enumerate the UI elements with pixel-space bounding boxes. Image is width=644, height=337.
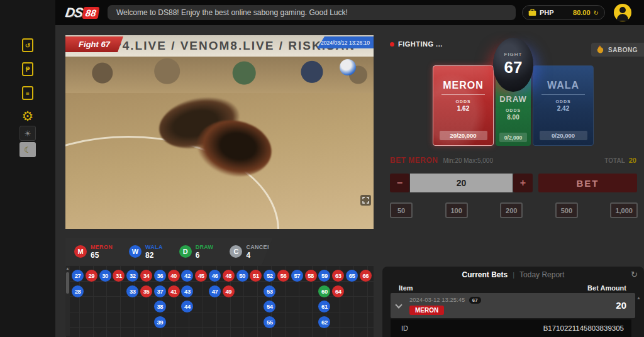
amount-input[interactable] [410, 174, 513, 192]
chip-50[interactable]: 50 [390, 202, 413, 218]
result-dot-41: 41 [168, 285, 180, 297]
decrease-button[interactable]: − [390, 174, 409, 192]
fight-number: 67 [493, 58, 533, 77]
wala-circle-icon: W [129, 245, 142, 258]
currency-label: PHP [540, 9, 554, 16]
result-dot-43: 43 [181, 285, 193, 297]
rooster-icon [596, 45, 605, 54]
meron-divider [441, 94, 484, 95]
sidebar: ↺ ₱ ≡ ⚙ ☀ ☾ [0, 0, 55, 337]
video-crowd [65, 57, 374, 93]
draw-circle-icon: D [179, 245, 192, 258]
wala-card[interactable]: WALA ODDS 2.42 0/20,000 [533, 65, 594, 146]
results-summary: MMERON65WWALA82DDRAW6CCANCEL4 [65, 238, 273, 265]
meron-odds-value: 1.62 [433, 105, 493, 112]
result-dot-62: 62 [318, 316, 330, 328]
chip-1000[interactable]: 1,000 [610, 202, 638, 218]
arena-banner-text: UCUP4.LIVE / VENOM8.LIVE / RISKISAN [84, 39, 355, 53]
balance-refresh-icon[interactable]: ↻ [594, 9, 599, 16]
summary-count: 82 [145, 251, 163, 260]
meron-name: MERON [433, 80, 493, 91]
welcome-banner: Welcome to DS88! Enjoy the best online s… [108, 5, 516, 20]
wallet-icon [528, 9, 536, 16]
summary-text: MERON65 [91, 244, 113, 260]
summary-text: DRAW6 [196, 244, 214, 260]
result-dot-46: 46 [209, 270, 221, 282]
wala-odds-value: 2.42 [533, 105, 593, 112]
current-bets-panel: Current Bets | Today Report ↻ Item Bet A… [382, 267, 644, 337]
results-grid-scrollbar[interactable]: ▲ [65, 267, 70, 336]
bet-id-label: ID [401, 324, 408, 332]
result-dot-36: 36 [154, 270, 166, 282]
meron-pool: 20/20,000 [440, 131, 487, 140]
settings-icon[interactable]: ⚙ [19, 107, 36, 124]
fullscreen-icon [362, 197, 369, 204]
increase-button[interactable]: + [513, 174, 533, 192]
scrollbar-thumb[interactable] [66, 272, 69, 294]
result-dot-40: 40 [168, 270, 180, 282]
meron-card[interactable]: MERON ODDS 1.62 20/20,000 [433, 65, 494, 146]
wala-name: WALA [533, 80, 593, 91]
wala-divider [541, 94, 584, 95]
result-dot-29: 29 [86, 270, 97, 282]
result-summary-wala: WWALA82 [129, 244, 163, 260]
result-dot-48: 48 [223, 270, 235, 282]
tab-current-bets[interactable]: Current Bets [462, 270, 508, 279]
sun-icon: ☀ [19, 126, 36, 141]
fight-number-ribbon: Fight 67 [65, 36, 123, 52]
quick-chips: 501002005001,000 [390, 202, 638, 218]
chip-200[interactable]: 200 [500, 202, 523, 218]
result-dot-58: 58 [305, 270, 317, 282]
result-dot-51: 51 [250, 270, 262, 282]
user-avatar[interactable] [614, 4, 631, 21]
bets-refresh-icon[interactable]: ↻ [631, 270, 638, 279]
summary-label: WALA [145, 244, 163, 250]
draw-odds-label: ODDS [496, 108, 531, 113]
status-text: FIGHTING ... [398, 40, 443, 48]
summary-label: MERON [91, 244, 113, 250]
result-dot-33: 33 [126, 285, 138, 297]
gear-icon: ⚙ [22, 109, 34, 123]
list-doc-icon: ≡ [22, 86, 33, 100]
game-badge-sabong[interactable]: SABONG [591, 43, 644, 57]
result-dot-31: 31 [113, 270, 125, 282]
logo-ds-text: DS [64, 5, 84, 20]
bets-scroll-up-icon[interactable]: ▲ [636, 296, 641, 300]
app: ↺ ₱ ≡ ⚙ ☀ ☾ DS 88 Welcome to DS88! Enjoy… [0, 0, 644, 337]
chip-500[interactable]: 500 [555, 202, 578, 218]
result-dot-61: 61 [318, 301, 330, 312]
col-item-header: Item [399, 284, 413, 292]
cancel-circle-icon: C [230, 245, 242, 258]
result-dot-39: 39 [154, 316, 166, 328]
result-summary-meron: MMERON65 [74, 244, 113, 260]
arena-logo-badge [340, 59, 356, 75]
dark-mode-toggle[interactable]: ☾ [19, 141, 36, 158]
scroll-up-icon[interactable]: ▲ [65, 266, 70, 271]
draw-name: DRAW [496, 94, 531, 104]
result-dot-63: 63 [332, 270, 344, 282]
summary-label: DRAW [196, 244, 214, 250]
result-dot-65: 65 [346, 270, 358, 282]
bet-button[interactable]: BET [538, 174, 637, 192]
bet-info-row: BET MERON Min:20 Max:5,000 TOTAL 20 [390, 156, 636, 165]
bet-row[interactable]: 2024-03-12 13:25:45 67 MERON 20 [391, 293, 635, 318]
result-dot-64: 64 [332, 285, 344, 297]
amount-stepper: − + [390, 174, 533, 192]
wallet-pill[interactable]: PHP 80.00 ↻ [522, 5, 605, 20]
fullscreen-button[interactable] [360, 195, 371, 206]
result-dot-42: 42 [181, 270, 193, 282]
status-dot-icon [390, 42, 394, 47]
light-mode-toggle[interactable]: ☀ [19, 124, 36, 142]
records-icon[interactable]: ≡ [19, 84, 36, 102]
tab-today-report[interactable]: Today Report [519, 270, 564, 279]
chip-100[interactable]: 100 [445, 202, 468, 218]
bet-total-value: 20 [629, 157, 636, 164]
result-dot-34: 34 [140, 270, 152, 282]
wala-odds-label: ODDS [533, 99, 593, 104]
transactions-icon[interactable]: ₱ [19, 60, 36, 78]
bet-history-icon[interactable]: ↺ [19, 36, 36, 54]
result-dot-28: 28 [72, 285, 84, 297]
live-video[interactable]: UCUP4.LIVE / VENOM8.LIVE / RISKISAN Figh… [65, 35, 374, 229]
meron-odds-label: ODDS [433, 99, 493, 104]
bet-time: 2024-03-12 13:25:45 67 [409, 296, 481, 304]
